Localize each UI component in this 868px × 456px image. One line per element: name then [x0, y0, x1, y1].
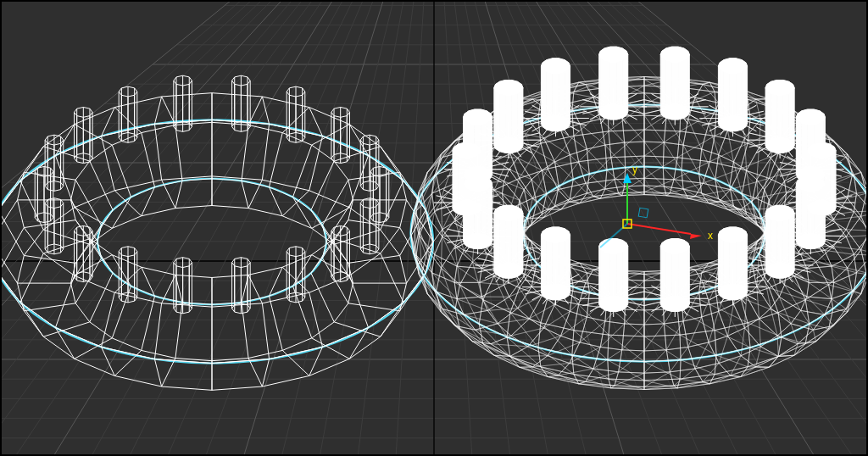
svg-marker-1303 [846, 236, 868, 254]
svg-marker-2164 [690, 234, 702, 239]
svg-marker-571 [558, 364, 593, 376]
svg-marker-2130 [824, 114, 826, 175]
axis-y-label: y [632, 164, 637, 175]
svg-marker-739 [457, 297, 487, 310]
svg-marker-1098 [663, 168, 683, 189]
svg-marker-1348 [834, 147, 836, 208]
svg-marker-774 [411, 233, 420, 275]
axis-x-label: x [708, 230, 713, 242]
svg-marker-1946 [626, 51, 628, 112]
svg-marker-438 [716, 348, 750, 367]
svg-marker-414 [709, 298, 748, 323]
svg-marker-2124 [796, 114, 798, 175]
svg-marker-1276 [833, 198, 861, 220]
svg-marker-329 [794, 276, 828, 300]
svg-marker-1624 [569, 231, 570, 292]
svg-marker-548 [574, 375, 611, 388]
svg-marker-1526 [660, 243, 662, 304]
svg-marker-1618 [541, 231, 542, 292]
svg-line-42 [281, 0, 402, 456]
svg-line-2163 [627, 224, 691, 234]
svg-marker-1486 [746, 231, 748, 292]
svg-marker-1388 [796, 181, 798, 242]
svg-marker-1940 [599, 51, 601, 112]
svg-marker-2038 [746, 63, 748, 124]
svg-line-40 [205, 0, 386, 456]
svg-marker-288 [765, 276, 780, 308]
svg-marker-576 [541, 367, 579, 384]
svg-marker-543 [586, 369, 619, 381]
svg-marker-273 [833, 247, 861, 268]
svg-marker-413 [709, 304, 748, 330]
svg-marker-493 [644, 362, 680, 381]
svg-marker-427 [683, 317, 702, 347]
svg-marker-1848 [494, 85, 496, 146]
scene-svg: xy [0, 0, 868, 456]
svg-marker-1044 [622, 186, 644, 196]
svg-marker-1305 [861, 213, 868, 236]
svg-marker-376 [756, 347, 779, 367]
svg-marker-737 [481, 285, 509, 297]
svg-marker-1178 [719, 131, 734, 162]
svg-marker-2032 [718, 63, 720, 124]
viewport-3d[interactable]: xy [0, 0, 868, 456]
torus-dense-right [411, 47, 869, 389]
svg-marker-2166 [623, 173, 632, 183]
svg-marker-494 [644, 360, 681, 379]
svg-marker-1300 [801, 250, 832, 266]
svg-marker-581 [510, 288, 541, 323]
svg-marker-512 [622, 325, 644, 351]
svg-marker-1038 [622, 116, 644, 142]
svg-marker-1802 [464, 114, 465, 175]
svg-line-39 [167, 0, 378, 456]
svg-marker-322 [813, 325, 833, 341]
svg-marker-428 [688, 317, 709, 347]
svg-marker-569 [570, 342, 600, 364]
svg-rect-2169 [638, 208, 648, 218]
transform-gizmo[interactable]: xy [600, 164, 713, 247]
svg-marker-325 [829, 309, 848, 329]
svg-marker-1302 [825, 236, 854, 254]
svg-line-26 [0, 0, 273, 456]
svg-marker-1330 [832, 254, 856, 273]
svg-marker-1068 [644, 142, 663, 168]
svg-marker-1440 [793, 209, 795, 270]
svg-marker-1532 [688, 243, 690, 304]
svg-marker-379 [769, 355, 794, 367]
svg-marker-1900 [569, 63, 570, 124]
svg-marker-465 [680, 360, 715, 379]
svg-marker-484 [644, 324, 666, 351]
svg-marker-1572 [599, 243, 601, 304]
svg-marker-1104 [670, 180, 703, 193]
svg-marker-1986 [660, 51, 662, 112]
svg-marker-963 [548, 190, 570, 209]
svg-marker-429 [688, 342, 709, 369]
svg-line-27 [0, 0, 281, 456]
svg-marker-1096 [663, 142, 682, 170]
svg-marker-841 [509, 158, 532, 179]
svg-line-44 [358, 0, 418, 456]
svg-line-31 [0, 0, 314, 456]
svg-marker-470 [644, 309, 680, 335]
svg-line-37 [91, 0, 362, 456]
svg-marker-751 [432, 184, 455, 212]
svg-marker-680 [518, 296, 542, 319]
svg-marker-1992 [688, 51, 690, 112]
svg-marker-491 [644, 381, 677, 390]
svg-marker-1480 [718, 231, 720, 292]
svg-marker-1854 [521, 85, 523, 146]
svg-marker-869 [518, 147, 542, 170]
svg-line-36 [53, 0, 353, 456]
svg-marker-664 [441, 268, 459, 309]
svg-marker-1095 [664, 142, 683, 170]
svg-marker-1311 [834, 175, 857, 194]
svg-marker-2084 [793, 85, 795, 146]
svg-marker-1434 [765, 209, 767, 270]
svg-marker-1065 [644, 115, 666, 142]
svg-marker-1329 [832, 266, 856, 282]
svg-marker-1716 [491, 181, 492, 242]
svg-marker-736 [504, 276, 525, 297]
svg-marker-237 [832, 282, 854, 298]
svg-marker-522 [608, 360, 644, 381]
svg-marker-798 [432, 254, 455, 282]
